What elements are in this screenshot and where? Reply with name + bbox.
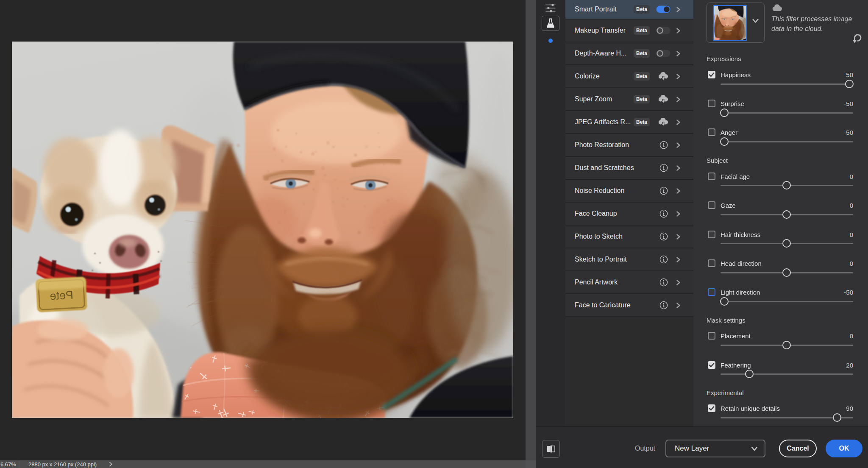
svg-text:Pete: Pete: [50, 289, 74, 303]
